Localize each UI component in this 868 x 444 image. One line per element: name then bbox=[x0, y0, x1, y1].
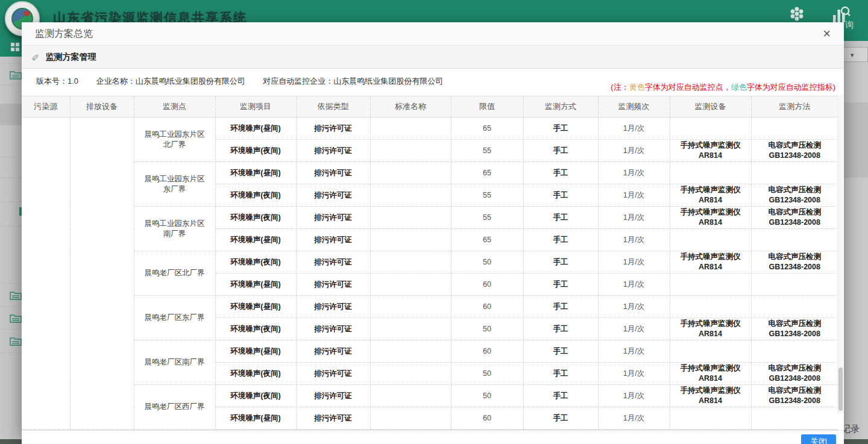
auto-company-label: 对应自动监控企业： bbox=[263, 77, 333, 86]
monitor-method-cell: 电容式声压检测 GB12348-2008 bbox=[751, 184, 838, 207]
monitor-frequency-cell: 1月/次 bbox=[598, 363, 670, 385]
monitor-method-cell: 电容式声压检测 GB12348-2008 bbox=[751, 363, 838, 385]
table-row: 晨鸣老厂区南厂界环境噪声(昼间)排污许可证60手工1月/次 bbox=[22, 340, 838, 363]
note-part3: 字体为对应自动监控指标) bbox=[747, 83, 835, 92]
limit-cell: 55 bbox=[451, 140, 523, 162]
monitor-mode-cell: 手工 bbox=[523, 117, 598, 140]
limit-cell: 65 bbox=[451, 117, 523, 140]
monitor-device-cell: 手持式噪声监测仪 AR814 bbox=[670, 184, 751, 207]
column-header: 依据类型 bbox=[296, 96, 370, 117]
monitor-mode-cell: 手工 bbox=[523, 318, 598, 340]
monitor-device-cell: 手持式噪声监测仪 AR814 bbox=[670, 385, 751, 407]
standard-name-cell bbox=[370, 274, 451, 296]
monitor-device-cell bbox=[670, 407, 751, 430]
basis-type-cell: 排污许可证 bbox=[296, 385, 370, 407]
dashboard-grid-icon[interactable] bbox=[11, 43, 14, 46]
monitor-frequency-cell: 1月/次 bbox=[598, 385, 670, 407]
monitor-device-cell bbox=[670, 274, 751, 296]
info-row: 版本号：1.0 企业名称：山东晨鸣纸业集团股份有限公司 对应自动监控企业：山东晨… bbox=[22, 69, 844, 96]
monitor-mode-cell: 手工 bbox=[523, 385, 598, 407]
table-area: 污染源排放设备监测点监测项目依据类型标准名称限值监测方式监测频次监测设备监测方法… bbox=[22, 96, 844, 430]
pen-icon: ✎ bbox=[31, 51, 39, 63]
background-panel bbox=[844, 102, 868, 178]
folder-icon[interactable] bbox=[10, 70, 22, 80]
monitor-point-cell: 晨鸣老厂区西厂界 bbox=[134, 385, 215, 430]
monitor-item-cell: 环境噪声(夜间) bbox=[215, 385, 296, 407]
monitor-item-cell: 环境噪声(夜间) bbox=[215, 251, 296, 274]
close-button[interactable]: 关闭 bbox=[801, 434, 836, 444]
auto-company-value: 山东晨鸣纸业集团股份有限公司 bbox=[333, 77, 443, 86]
monitor-item-cell: 环境噪声(昼间) bbox=[215, 340, 296, 363]
monitor-mode-cell: 手工 bbox=[523, 162, 598, 184]
monitor-item-cell: 环境噪声(夜间) bbox=[215, 140, 296, 162]
section-bar: ✎ 监测方案管理 bbox=[22, 46, 844, 69]
company-value: 山东晨鸣纸业集团股份有限公司 bbox=[136, 77, 245, 86]
table-row: 晨鸣老厂区东厂界环境噪声(昼间)排污许可证60手工1月/次 bbox=[22, 296, 838, 318]
limit-cell: 65 bbox=[451, 229, 523, 251]
standard-name-cell bbox=[370, 207, 451, 229]
monitor-mode-cell: 手工 bbox=[523, 184, 598, 207]
monitor-mode-cell: 手工 bbox=[523, 274, 598, 296]
note-yellow: 黄色 bbox=[629, 83, 645, 92]
monitor-item-cell: 环境噪声(昼间) bbox=[215, 229, 296, 251]
monitor-device-cell: 手持式噪声监测仪 AR814 bbox=[670, 140, 751, 162]
monitor-frequency-cell: 1月/次 bbox=[598, 207, 670, 229]
limit-cell: 60 bbox=[451, 407, 523, 430]
monitor-item-cell: 环境噪声(夜间) bbox=[215, 363, 296, 385]
monitor-item-cell: 环境噪声(夜间) bbox=[215, 318, 296, 340]
monitor-point-cell: 晨鸣老厂区东厂界 bbox=[134, 296, 215, 340]
note-part1: (注： bbox=[611, 83, 629, 92]
folder-icon[interactable] bbox=[10, 336, 22, 346]
monitor-method-cell: 电容式声压检测 GB12348-2008 bbox=[751, 140, 838, 162]
folder-icon[interactable] bbox=[10, 290, 22, 300]
standard-name-cell bbox=[370, 162, 451, 184]
monitor-frequency-cell: 1月/次 bbox=[598, 140, 670, 162]
limit-cell: 55 bbox=[451, 184, 523, 207]
basis-type-cell: 排污许可证 bbox=[296, 407, 370, 430]
header-icon-label-partial: 询 bbox=[845, 20, 854, 31]
monitor-method-cell: 电容式声压检测 GB12348-2008 bbox=[751, 318, 838, 340]
monitor-item-cell: 环境噪声(昼间) bbox=[215, 407, 296, 430]
close-icon[interactable]: × bbox=[823, 27, 831, 40]
monitor-device-cell bbox=[670, 117, 751, 140]
monitor-item-cell: 环境噪声(昼间) bbox=[215, 296, 296, 318]
monitor-frequency-cell: 1月/次 bbox=[598, 229, 670, 251]
monitor-mode-cell: 手工 bbox=[523, 140, 598, 162]
scrollbar-thumb[interactable] bbox=[838, 367, 843, 411]
monitor-device-cell bbox=[670, 340, 751, 363]
column-header: 标准名称 bbox=[370, 96, 451, 117]
basis-type-cell: 排污许可证 bbox=[296, 229, 370, 251]
monitor-point-cell: 晨鸣老厂区南厂界 bbox=[134, 340, 215, 385]
plan-table: 污染源排放设备监测点监测项目依据类型标准名称限值监测方式监测频次监测设备监测方法… bbox=[22, 96, 838, 430]
version-label: 版本号： bbox=[36, 77, 68, 86]
monitor-method-cell bbox=[751, 162, 838, 184]
monitor-frequency-cell: 1月/次 bbox=[598, 296, 670, 318]
limit-cell: 50 bbox=[451, 251, 523, 274]
basis-type-cell: 排污许可证 bbox=[296, 363, 370, 385]
monitor-point-cell: 晨鸣老厂区北厂界 bbox=[134, 251, 215, 296]
page: { "header": { "app_title": "山东省污染源监测信息共享… bbox=[0, 0, 868, 444]
monitor-method-cell bbox=[751, 117, 838, 140]
column-header: 监测方式 bbox=[523, 96, 598, 117]
monitor-device-cell bbox=[670, 229, 751, 251]
limit-cell: 60 bbox=[451, 340, 523, 363]
standard-name-cell bbox=[370, 117, 451, 140]
standard-name-cell bbox=[370, 363, 451, 385]
monitor-point-cell: 晨鸣工业园东片区南厂界 bbox=[134, 207, 215, 251]
apps-grid-icon[interactable] bbox=[787, 5, 807, 23]
note-part2: 字体为对应自动监控点， bbox=[645, 83, 731, 92]
column-header: 监测频次 bbox=[598, 96, 670, 117]
table-row: 晨鸣工业园东片区北厂界环境噪声(昼间)排污许可证65手工1月/次 bbox=[22, 117, 838, 140]
background-dropdown[interactable]: ▾ bbox=[843, 47, 868, 62]
table-row: 晨鸣老厂区西厂界环境噪声(夜间)排污许可证50手工1月/次手持式噪声监测仪 AR… bbox=[22, 385, 838, 407]
monitor-mode-cell: 手工 bbox=[523, 363, 598, 385]
folder-icon[interactable] bbox=[10, 313, 22, 323]
standard-name-cell bbox=[370, 318, 451, 340]
scrollbar-track[interactable] bbox=[837, 95, 843, 413]
monitor-method-cell bbox=[751, 340, 838, 363]
monitor-frequency-cell: 1月/次 bbox=[598, 117, 670, 140]
monitor-item-cell: 环境噪声(夜间) bbox=[215, 184, 296, 207]
table-row: 晨鸣工业园东片区南厂界环境噪声(夜间)排污许可证55手工1月/次手持式噪声监测仪… bbox=[22, 207, 838, 229]
monitor-mode-cell: 手工 bbox=[523, 229, 598, 251]
basis-type-cell: 排污许可证 bbox=[296, 318, 370, 340]
